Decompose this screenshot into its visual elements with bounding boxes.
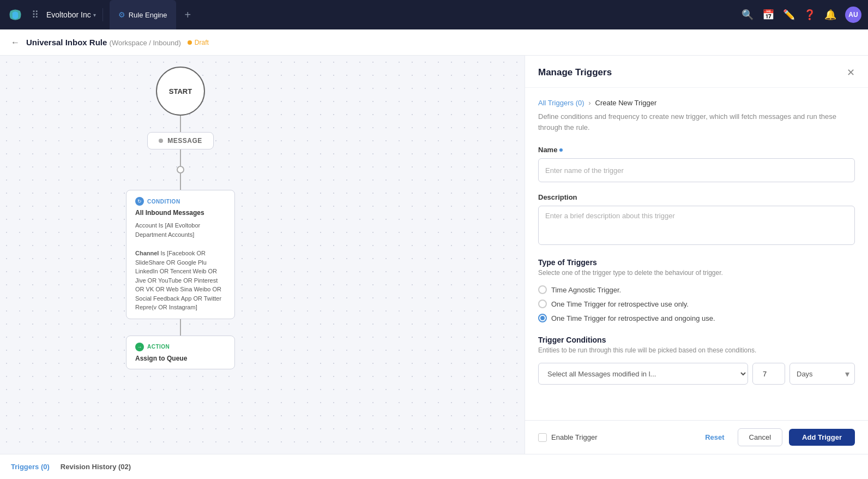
conditions-subtitle: Entities to be run through this rule wil… bbox=[538, 346, 855, 354]
flow-line-arrow bbox=[180, 173, 181, 190]
flow-circle bbox=[177, 166, 184, 173]
breadcrumb: All Triggers (0) › Create New Trigger bbox=[538, 99, 855, 107]
page-title: Universal Inbox Rule (Workspace / Inboun… bbox=[26, 38, 181, 47]
panel-title: Manage Triggers bbox=[538, 67, 612, 78]
top-navigation: ⠿ Evoltobor Inc ▾ ⚙ Rule Engine + 🔍 📅 ✏️… bbox=[0, 0, 868, 29]
brand-chevron-icon: ▾ bbox=[93, 12, 96, 18]
brand-selector[interactable]: Evoltobor Inc ▾ bbox=[46, 10, 96, 19]
canvas-area[interactable]: START MESSAGE ↻ CONDITION All Inbound Me… bbox=[0, 56, 525, 454]
bell-icon[interactable]: 🔔 bbox=[824, 9, 836, 21]
nav-actions: 🔍 📅 ✏️ ❓ 🔔 AU bbox=[742, 7, 861, 23]
status-badge: Draft bbox=[188, 39, 209, 46]
name-label: Name bbox=[538, 146, 855, 154]
description-textarea[interactable] bbox=[538, 206, 855, 245]
trigger-type-title: Type of Triggers bbox=[538, 258, 855, 267]
avatar[interactable]: AU bbox=[845, 7, 861, 23]
radio-circle-1 bbox=[538, 285, 547, 294]
add-tab-button[interactable]: + bbox=[180, 7, 196, 23]
rule-engine-tab[interactable]: ⚙ Rule Engine bbox=[110, 0, 176, 29]
status-dot-icon bbox=[188, 40, 192, 45]
enable-trigger-checkbox[interactable] bbox=[538, 433, 547, 442]
conditions-title: Trigger Conditions bbox=[538, 336, 855, 344]
page-header: ← Universal Inbox Rule (Workspace / Inbo… bbox=[0, 29, 868, 56]
breadcrumb-current: Create New Trigger bbox=[595, 99, 657, 107]
panel-header: Manage Triggers ✕ bbox=[525, 56, 868, 88]
panel-body: All Triggers (0) › Create New Trigger De… bbox=[525, 88, 868, 420]
conditions-days-wrapper: Days Hours Weeks bbox=[789, 363, 855, 385]
grid-icon[interactable]: ⠿ bbox=[28, 7, 42, 23]
radio-circle-3 bbox=[538, 314, 547, 322]
flow-line-2 bbox=[180, 149, 181, 166]
radio-time-agnostic[interactable]: Time Agnostic Trigger. bbox=[538, 285, 855, 294]
action-header: → ACTION bbox=[135, 343, 226, 351]
condition-icon: ↻ bbox=[135, 197, 144, 206]
right-panel: Manage Triggers ✕ All Triggers (0) › Cre… bbox=[525, 56, 868, 454]
trigger-type-subtitle: Selecte one of the trigger type to delet… bbox=[538, 269, 855, 277]
message-dot-icon bbox=[159, 139, 163, 143]
name-input[interactable] bbox=[538, 158, 855, 182]
condition-node[interactable]: ↻ CONDITION All Inbound Messages Account… bbox=[126, 190, 235, 319]
condition-header: ↻ CONDITION bbox=[135, 197, 226, 206]
breadcrumb-separator: › bbox=[589, 99, 591, 107]
radio-one-time-retrospective[interactable]: One Time Trigger for retrospective use o… bbox=[538, 300, 855, 308]
close-button[interactable]: ✕ bbox=[847, 67, 855, 79]
condition-account-text: Account Is [All Evoltobor Department Acc… bbox=[135, 221, 226, 239]
message-node[interactable]: MESSAGE bbox=[147, 132, 214, 149]
revision-history-tab[interactable]: Revision History (02) bbox=[61, 460, 131, 473]
add-trigger-button[interactable]: Add Trigger bbox=[789, 429, 855, 446]
panel-subtitle: Define conditions and frequency to creat… bbox=[538, 111, 855, 133]
reset-button[interactable]: Reset bbox=[698, 429, 731, 446]
trigger-type-radio-group: Time Agnostic Trigger. One Time Trigger … bbox=[538, 285, 855, 322]
panel-footer: Enable Trigger Reset Cancel Add Trigger bbox=[525, 420, 868, 454]
flow-container: START MESSAGE ↻ CONDITION All Inbound Me… bbox=[126, 67, 235, 369]
radio-circle-2 bbox=[538, 300, 547, 308]
radio-one-time-ongoing[interactable]: One Time Trigger for retrospective and o… bbox=[538, 314, 855, 322]
search-icon[interactable]: 🔍 bbox=[742, 9, 754, 21]
flow-line-1 bbox=[180, 116, 181, 132]
conditions-days-select[interactable]: Days Hours Weeks bbox=[789, 363, 855, 385]
enable-trigger-checkbox-label[interactable]: Enable Trigger bbox=[538, 433, 598, 442]
calendar-icon[interactable]: 📅 bbox=[762, 9, 774, 21]
breadcrumb-link[interactable]: All Triggers (0) bbox=[538, 99, 584, 107]
app-logo[interactable] bbox=[7, 6, 24, 23]
action-node[interactable]: → ACTION Assign to Queue bbox=[126, 336, 235, 369]
condition-channel-text: Channel Is [Facebook OR SlideShare OR Go… bbox=[135, 249, 226, 312]
required-indicator bbox=[559, 148, 563, 152]
nav-divider bbox=[103, 8, 103, 21]
trigger-conditions-section: Trigger Conditions Entities to be run th… bbox=[538, 336, 855, 354]
description-label: Description bbox=[538, 193, 855, 201]
conditions-row: Select all Messages modified in l... Day… bbox=[538, 363, 855, 385]
main-layout: START MESSAGE ↻ CONDITION All Inbound Me… bbox=[0, 56, 868, 454]
edit-icon[interactable]: ✏️ bbox=[783, 9, 795, 21]
start-node: START bbox=[156, 67, 205, 116]
cancel-button[interactable]: Cancel bbox=[738, 428, 782, 446]
tab-icon: ⚙ bbox=[118, 10, 125, 19]
back-button[interactable]: ← bbox=[11, 38, 20, 47]
conditions-number-input[interactable] bbox=[752, 363, 785, 385]
triggers-tab[interactable]: Triggers (0) bbox=[11, 460, 50, 473]
conditions-select[interactable]: Select all Messages modified in l... bbox=[538, 363, 748, 385]
help-icon[interactable]: ❓ bbox=[804, 9, 816, 21]
action-icon: → bbox=[135, 343, 144, 351]
flow-line-3 bbox=[180, 319, 181, 336]
bottom-bar: Triggers (0) Revision History (02) bbox=[0, 454, 868, 479]
